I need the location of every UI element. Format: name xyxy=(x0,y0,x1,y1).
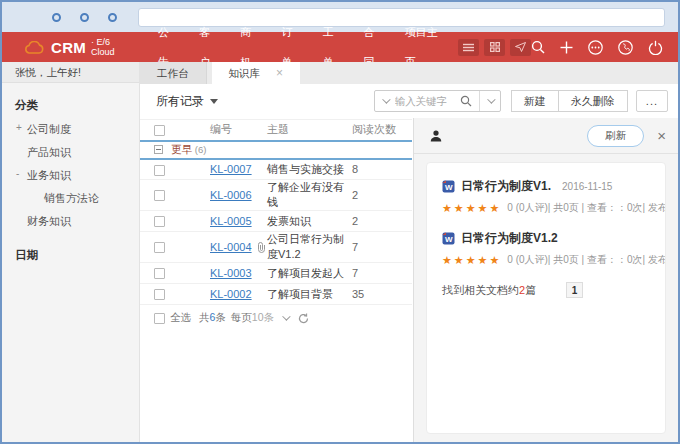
search-scope-dropdown[interactable] xyxy=(375,91,395,111)
permanent-delete-button[interactable]: 永久删除 xyxy=(558,90,628,112)
list-view-button[interactable] xyxy=(458,39,479,56)
attachment-icon xyxy=(257,242,266,253)
table-footer: 全选 共6条 每页10条 xyxy=(140,305,413,325)
rating-stars-icon[interactable]: ★★★★★ xyxy=(442,254,501,267)
window-controls xyxy=(52,13,117,22)
doc-title-link[interactable]: 日常行为制度V1.2 xyxy=(461,230,558,247)
sidebar-item-finance-knowledge[interactable]: 财务知识 xyxy=(2,210,139,233)
svg-text:W: W xyxy=(445,235,453,244)
doc-title-link[interactable]: 日常行为制度V1. xyxy=(461,178,551,195)
column-header-id: 编号 xyxy=(210,120,267,141)
collapse-group-icon[interactable] xyxy=(154,145,163,154)
sidebar-section-category: 分类 xyxy=(2,83,139,118)
app-window: CRM · E/6 Cloud 公告 客户 商机 订单 工单 合同 项目主页 xyxy=(0,0,680,444)
doc-date: 2016-11-15 xyxy=(562,181,612,192)
page-number-button[interactable]: 1 xyxy=(566,282,583,298)
record-link[interactable]: KL-0004 xyxy=(210,241,252,253)
row-checkbox[interactable] xyxy=(154,289,165,300)
window-control-dot[interactable] xyxy=(80,13,89,22)
search-options-dropdown[interactable] xyxy=(479,91,500,111)
toolbar: 所有记录 新建 永久删除 xyxy=(140,84,678,118)
window-control-dot[interactable] xyxy=(108,13,117,22)
word-doc-icon: W xyxy=(442,180,455,193)
search-input[interactable] xyxy=(395,95,453,107)
chevron-down-icon[interactable] xyxy=(282,312,290,320)
doc-meta: ★★★★★ 0 (0人评)| 共0页 | 查看：：0次| 发布人： 张悦 xyxy=(442,253,650,267)
tab-bar: 工作台 知识库 × xyxy=(140,62,678,84)
brand-name: CRM xyxy=(51,39,86,56)
related-docs-card: W 日常行为制度V1. 2016-11-15 ★★★★★ 0 (0人评)| 共0… xyxy=(426,162,666,434)
records-table-area: 编号 主题 阅读次数 更早 (6) xyxy=(140,118,414,442)
rating-stars-icon[interactable]: ★★★★★ xyxy=(442,202,501,215)
power-icon[interactable] xyxy=(648,40,663,55)
row-checkbox[interactable] xyxy=(154,268,165,279)
row-checkbox[interactable] xyxy=(154,216,165,227)
svg-text:W: W xyxy=(445,183,453,192)
more-actions-button[interactable]: ... xyxy=(636,90,668,112)
tab-workbench[interactable]: 工作台 xyxy=(140,62,207,84)
search-combo xyxy=(374,90,501,112)
caret-down-icon xyxy=(210,99,218,104)
group-row-earlier[interactable]: 更早 (6) xyxy=(140,141,412,159)
word-doc-icon: W xyxy=(442,232,455,245)
expand-icon[interactable]: + xyxy=(16,122,22,133)
brand-suffix: · E/6 Cloud xyxy=(91,37,133,57)
header-quick-buttons xyxy=(458,39,531,56)
record-link[interactable]: KL-0005 xyxy=(210,215,252,227)
table-row[interactable]: KL-0007 销售与实施交接 8 xyxy=(140,159,412,180)
record-link[interactable]: KL-0007 xyxy=(210,163,252,175)
per-page-selector[interactable]: 每页10条 xyxy=(231,311,274,325)
more-circle-icon[interactable] xyxy=(588,40,603,55)
sidebar-section-date: 日期 xyxy=(2,233,139,268)
table-row[interactable]: KL-0002 了解项目背景 35 xyxy=(140,284,412,305)
greeting-text: 张悦，上午好! xyxy=(2,62,139,83)
row-checkbox[interactable] xyxy=(154,190,165,201)
window-control-dot[interactable] xyxy=(52,13,61,22)
grid-view-button[interactable] xyxy=(484,39,505,56)
sidebar-item-sales-methodology[interactable]: 销售方法论 xyxy=(2,187,139,210)
sidebar-item-company-policy[interactable]: + 公司制度 xyxy=(2,118,139,141)
table-row[interactable]: KL-0005 发票知识 2 xyxy=(140,211,412,232)
phone-icon[interactable] xyxy=(618,40,633,55)
sidebar-item-business-knowledge[interactable]: - 业务知识 xyxy=(2,164,139,187)
table-header-row: 编号 主题 阅读次数 xyxy=(140,120,412,141)
records-table: 编号 主题 阅读次数 更早 (6) xyxy=(140,119,412,305)
cloud-logo-icon xyxy=(24,41,44,54)
doc-item: W 日常行为制度V1.2 xyxy=(442,230,650,247)
total-count: 共6条 xyxy=(199,311,226,325)
person-icon xyxy=(429,129,443,143)
tab-close-icon[interactable]: × xyxy=(276,62,283,84)
row-checkbox[interactable] xyxy=(154,165,165,176)
new-button[interactable]: 新建 xyxy=(511,90,559,112)
header-utility-icons xyxy=(531,40,663,55)
tab-knowledge-base[interactable]: 知识库 × xyxy=(212,62,301,84)
detail-panel-header: 刷新 × xyxy=(414,118,678,154)
refresh-button[interactable]: 刷新 xyxy=(587,125,644,147)
table-row[interactable]: KL-0004 公司日常行为制度V1.2 7 xyxy=(140,232,412,263)
table-row[interactable]: KL-0003 了解项目发起人 7 xyxy=(140,263,412,284)
search-submit-icon[interactable] xyxy=(453,91,479,111)
chevron-down-icon xyxy=(487,95,495,103)
search-result-summary: 找到相关文档约2篇 1 xyxy=(442,282,650,298)
refresh-icon[interactable] xyxy=(298,313,309,324)
app-header: CRM · E/6 Cloud 公告 客户 商机 订单 工单 合同 项目主页 xyxy=(2,32,678,62)
panel-close-icon[interactable]: × xyxy=(657,127,666,144)
add-icon[interactable] xyxy=(560,41,573,54)
doc-meta: ★★★★★ 0 (0人评)| 共0页 | 查看：：0次| 发布人： 张悦 xyxy=(442,201,650,215)
select-all-checkbox[interactable] xyxy=(154,125,165,136)
column-header-subject: 主题 xyxy=(267,120,352,141)
record-link[interactable]: KL-0003 xyxy=(210,267,252,279)
collapse-icon[interactable]: - xyxy=(16,168,19,179)
view-selector[interactable]: 所有记录 xyxy=(156,93,218,110)
chevron-down-icon xyxy=(382,95,390,103)
sidebar-item-product-knowledge[interactable]: 产品知识 xyxy=(2,141,139,164)
send-button[interactable] xyxy=(510,39,531,56)
search-icon[interactable] xyxy=(531,40,545,54)
row-checkbox[interactable] xyxy=(154,242,165,253)
table-row[interactable]: KL-0006 了解企业有没有钱 2 xyxy=(140,180,412,211)
column-header-reads: 阅读次数 xyxy=(352,120,412,141)
footer-select-all-checkbox[interactable] xyxy=(154,313,165,324)
record-link[interactable]: KL-0002 xyxy=(210,288,252,300)
select-all-label[interactable]: 全选 xyxy=(170,311,191,325)
record-link[interactable]: KL-0006 xyxy=(210,189,252,201)
